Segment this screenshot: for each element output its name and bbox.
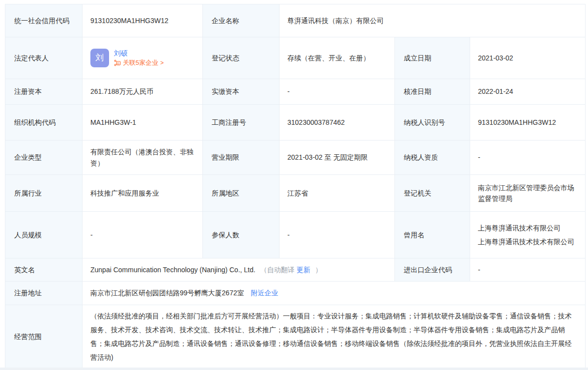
- legal-rep-avatar[interactable]: 刘: [90, 49, 109, 67]
- table-row: 组织机构代码 MA1HHG3W-1 工商注册号 310230003787462 …: [5, 105, 586, 141]
- reg-address-value: 南京市江北新区研创园团结路99号孵鹰大厦2672室 附近企业: [83, 282, 586, 305]
- approval-date-value: 2022-01-24: [470, 79, 586, 105]
- update-translation-link[interactable]: 更新: [297, 266, 310, 274]
- legal-rep-cell: 刘 刘硕 企 关联5家企业 >: [83, 37, 203, 79]
- taxpayer-quality-value: -: [470, 141, 586, 175]
- business-term-value: 2021-03-02 至 无固定期限: [280, 141, 395, 175]
- table-row: 企业类型 有限责任公司（港澳台投资、非独资） 营业期限 2021-03-02 至…: [5, 141, 586, 175]
- reg-status-label: 登记状态: [203, 37, 280, 79]
- business-reg-no-value: 310230003787462: [280, 105, 395, 141]
- table-row: 注册资本 261.7188万元人民币 实缴资本 - 核准日期 2022-01-2…: [5, 79, 586, 105]
- company-type-value: 有限责任公司（港澳台投资、非独资）: [83, 141, 203, 175]
- legal-rep-label: 法定代表人: [5, 37, 83, 79]
- former-name-line: 上海尊湃通讯技术有限公司: [478, 221, 578, 235]
- table-row: 统一社会信用代码 91310230MA1HHG3W12 企业名称 尊湃通讯科技（…: [5, 4, 586, 37]
- company-type-label: 企业类型: [5, 141, 83, 175]
- company-name-label: 企业名称: [203, 4, 280, 37]
- import-export-code-label: 进出口企业代码: [395, 258, 470, 282]
- org-code-label: 组织机构代码: [5, 105, 83, 141]
- taxpayer-id-value: 91310230MA1HHG3W12: [470, 105, 586, 141]
- establish-date-value: 2021-03-02: [470, 37, 586, 79]
- english-name-value: Zunpai Communication Technology (Nanjing…: [83, 258, 395, 282]
- table-row: 英文名 Zunpai Communication Technology (Nan…: [5, 258, 586, 282]
- staff-size-label: 人员规模: [5, 212, 83, 258]
- legal-rep-name-link[interactable]: 刘硕: [114, 49, 164, 57]
- related-companies-link[interactable]: 企 关联5家企业 >: [114, 59, 164, 67]
- auto-translate-note-close: ）: [313, 266, 322, 274]
- former-name-line: 上海尊湃通讯技术技术有限公司: [478, 235, 578, 249]
- nearby-companies-link[interactable]: 附近企业: [251, 289, 279, 297]
- business-reg-no-label: 工商注册号: [203, 105, 280, 141]
- reg-capital-label: 注册资本: [5, 79, 83, 105]
- business-term-label: 营业期限: [203, 141, 280, 175]
- credit-code-value: 91310230MA1HHG3W12: [83, 4, 203, 37]
- company-info-table: 统一社会信用代码 91310230MA1HHG3W12 企业名称 尊湃通讯科技（…: [5, 4, 586, 369]
- staff-size-value: -: [83, 212, 203, 258]
- related-companies-icon: 企: [114, 59, 121, 66]
- business-scope-value: （依法须经批准的项目，经相关部门批准后方可开展经营活动）一般项目：专业设计服务；…: [83, 305, 586, 369]
- industry-value: 科技推广和应用服务业: [83, 175, 203, 212]
- business-scope-label: 经营范围: [5, 305, 83, 369]
- page-bottom-strip: [0, 368, 588, 370]
- table-row: 注册地址 南京市江北新区研创园团结路99号孵鹰大厦2672室 附近企业: [5, 282, 586, 305]
- industry-label: 所属行业: [5, 175, 83, 212]
- import-export-code-value: -: [470, 258, 586, 282]
- reg-capital-value: 261.7188万元人民币: [83, 79, 203, 105]
- reg-address-label: 注册地址: [5, 282, 83, 305]
- region-label: 所属地区: [203, 175, 280, 212]
- reg-status-value: 存续（在营、开业、在册）: [280, 37, 395, 79]
- english-name-label: 英文名: [5, 258, 83, 282]
- credit-code-label: 统一社会信用代码: [5, 4, 83, 37]
- table-row: 所属行业 科技推广和应用服务业 所属地区 江苏省 登记机关 南京市江北新区管理委…: [5, 175, 586, 212]
- paid-capital-label: 实缴资本: [203, 79, 280, 105]
- region-value: 江苏省: [280, 175, 395, 212]
- former-names-label: 曾用名: [395, 212, 470, 258]
- org-code-value: MA1HHG3W-1: [83, 105, 203, 141]
- taxpayer-id-label: 纳税人识别号: [395, 105, 470, 141]
- table-row: 人员规模 - 参保人数 - 曾用名 上海尊湃通讯技术有限公司 上海尊湃通讯技术技…: [5, 212, 586, 258]
- related-companies-text: 关联5家企业: [123, 59, 158, 67]
- svg-text:企: 企: [117, 62, 120, 65]
- paid-capital-value: -: [280, 79, 395, 105]
- taxpayer-quality-label: 纳税人资质: [395, 141, 470, 175]
- insured-count-label: 参保人数: [203, 212, 280, 258]
- table-row: 经营范围 （依法须经批准的项目，经相关部门批准后方可开展经营活动）一般项目：专业…: [5, 305, 586, 369]
- chevron-right-icon: >: [160, 59, 164, 66]
- reg-authority-label: 登记机关: [395, 175, 470, 212]
- reg-address-text: 南京市江北新区研创园团结路99号孵鹰大厦2672室: [90, 289, 244, 297]
- company-profile-page: 统一社会信用代码 91310230MA1HHG3W12 企业名称 尊湃通讯科技（…: [0, 0, 588, 370]
- establish-date-label: 成立日期: [395, 37, 470, 79]
- former-names-value: 上海尊湃通讯技术有限公司 上海尊湃通讯技术技术有限公司: [470, 212, 586, 258]
- auto-translate-note: （自动翻译: [260, 266, 297, 274]
- company-name-value: 尊湃通讯科技（南京）有限公司: [280, 4, 586, 37]
- approval-date-label: 核准日期: [395, 79, 470, 105]
- reg-authority-value: 南京市江北新区管理委员会市场监督管理局: [470, 175, 586, 212]
- table-row: 法定代表人 刘 刘硕 企: [5, 37, 586, 79]
- insured-count-value: -: [280, 212, 395, 258]
- english-name-text: Zunpai Communication Technology (Nanjing…: [90, 266, 255, 274]
